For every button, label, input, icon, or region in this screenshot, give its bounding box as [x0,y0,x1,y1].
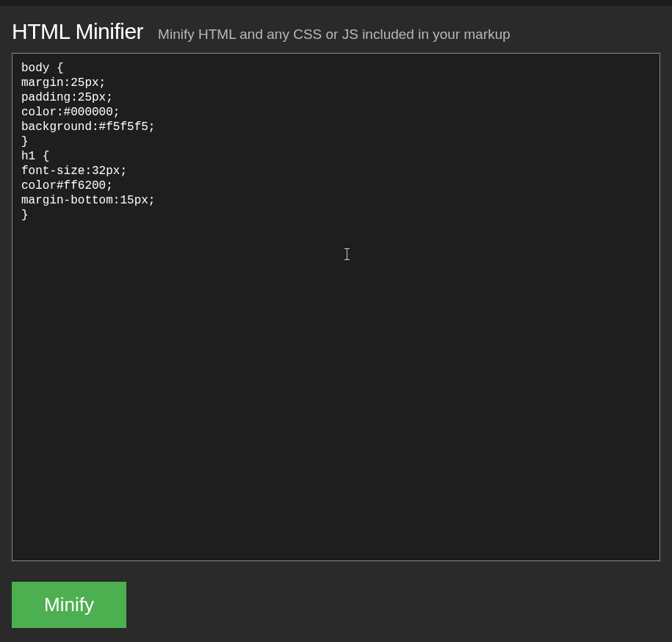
button-row: Minify [0,561,672,642]
minify-button[interactable]: Minify [12,582,126,628]
page-title: HTML Minifier [12,19,143,44]
header: HTML Minifier Minify HTML and any CSS or… [0,6,672,53]
top-bar [0,0,672,6]
editor-container [12,53,660,561]
page-subtitle: Minify HTML and any CSS or JS included i… [158,26,510,43]
code-input[interactable] [12,54,660,560]
